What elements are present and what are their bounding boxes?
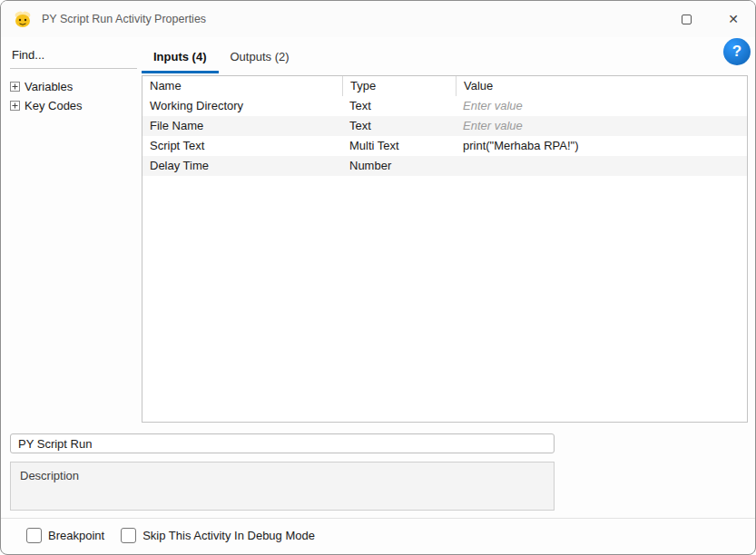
tab-inputs[interactable]: Inputs (4)	[142, 44, 219, 73]
tree-item-label: Variables	[25, 80, 73, 93]
skip-debug-label: Skip This Activity In Debug Mode	[142, 529, 315, 542]
column-header-type: Type	[342, 76, 456, 96]
maximize-button[interactable]	[673, 6, 699, 32]
tree: Variables Key Codes	[10, 77, 137, 115]
checkbox-group: Breakpoint Skip This Activity In Debug M…	[26, 528, 331, 543]
column-header-value: Value	[456, 76, 747, 96]
table-row: Script Text Multi Text print("Merhaba RP…	[142, 136, 747, 156]
titlebar: PY Script Run Activity Properties ✕	[1, 1, 755, 37]
row-type: Multi Text	[342, 136, 456, 156]
table-header: Name Type Value	[142, 76, 747, 96]
row-value-input[interactable]: print("Merhaba RPA!")	[456, 136, 747, 156]
table-row: File Name Text Enter value	[142, 116, 747, 136]
table-row: Delay Time Number	[142, 156, 747, 176]
footer: Breakpoint Skip This Activity In Debug M…	[1, 516, 755, 554]
window-title: PY Script Run Activity Properties	[42, 13, 206, 25]
row-value-input[interactable]: Enter value	[456, 116, 747, 136]
properties-table: Name Type Value Working Directory Text E…	[142, 75, 748, 423]
expand-plus-icon[interactable]	[10, 101, 20, 111]
tree-item-label: Key Codes	[25, 99, 83, 112]
row-type: Number	[342, 156, 456, 176]
table-body: Working Directory Text Enter value File …	[142, 96, 747, 176]
sidebar: Find... Variables Key Codes	[10, 46, 137, 115]
close-button[interactable]: ✕	[721, 6, 746, 32]
close-icon: ✕	[728, 12, 739, 26]
description-field[interactable]: Description	[10, 462, 555, 511]
tree-item-variables[interactable]: Variables	[10, 77, 137, 96]
table-row: Working Directory Text Enter value	[142, 96, 747, 116]
breakpoint-checkbox[interactable]	[26, 528, 42, 543]
breakpoint-label: Breakpoint	[48, 529, 104, 542]
maximize-icon	[682, 15, 692, 24]
column-header-name: Name	[142, 76, 342, 96]
tree-item-key-codes[interactable]: Key Codes	[10, 96, 137, 115]
find-input[interactable]: Find...	[10, 46, 137, 69]
row-name: Delay Time	[142, 156, 342, 176]
bee-app-icon	[13, 9, 33, 29]
tab-outputs[interactable]: Outputs (2)	[219, 44, 301, 73]
skip-debug-checkbox[interactable]	[121, 528, 136, 543]
row-type: Text	[342, 116, 456, 136]
row-name: Script Text	[142, 136, 342, 156]
row-name: File Name	[142, 116, 342, 136]
row-value-input[interactable]	[456, 156, 747, 176]
row-value-input[interactable]: Enter value	[456, 96, 747, 116]
expand-plus-icon[interactable]	[10, 82, 20, 92]
activity-name-input[interactable]	[10, 433, 555, 453]
row-type: Text	[342, 96, 456, 116]
window-controls: ✕	[673, 1, 746, 37]
row-name: Working Directory	[142, 96, 342, 116]
help-icon[interactable]: ?	[723, 38, 751, 65]
properties-dialog: PY Script Run Activity Properties ✕ Find…	[0, 0, 756, 555]
tab-bar: Inputs (4) Outputs (2)	[142, 44, 301, 73]
